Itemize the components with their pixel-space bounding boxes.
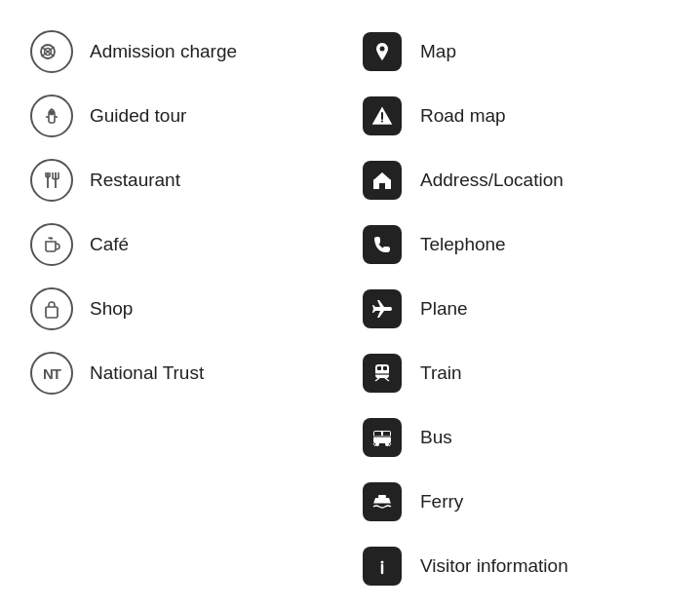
bus-label: Bus — [420, 427, 452, 448]
svg-rect-28 — [383, 432, 390, 436]
restaurant-icon — [29, 158, 74, 203]
national-trust-label: National Trust — [90, 362, 204, 384]
map-icon — [360, 29, 405, 74]
guided-tour-icon — [29, 94, 74, 138]
ferry-icon — [360, 479, 405, 524]
admission-charge-icon — [29, 29, 74, 74]
svg-line-23 — [375, 378, 379, 381]
list-item: Café — [29, 212, 340, 277]
list-item: NT National Trust — [29, 341, 340, 405]
right-column: Map — [360, 19, 671, 608]
shop-icon — [29, 286, 74, 331]
legend-grid: Admission charge Guided tour — [29, 19, 671, 608]
svg-rect-18 — [377, 366, 381, 370]
train-icon — [360, 351, 405, 396]
list-item: Bus — [360, 405, 671, 470]
svg-line-24 — [385, 378, 389, 381]
restaurant-label: Restaurant — [90, 170, 180, 191]
svg-point-6 — [51, 112, 54, 115]
svg-point-29 — [375, 442, 379, 446]
svg-line-31 — [373, 443, 375, 446]
telephone-label: Telephone — [420, 234, 506, 255]
list-item: Restaurant — [29, 148, 340, 212]
svg-point-30 — [385, 442, 389, 446]
list-item: Telephone — [360, 212, 671, 277]
plane-icon — [360, 286, 405, 331]
train-label: Train — [420, 362, 462, 384]
svg-rect-19 — [383, 366, 387, 370]
cafe-label: Café — [90, 234, 129, 255]
list-item: Road map — [360, 84, 671, 148]
list-item: Train — [360, 341, 671, 405]
shop-label: Shop — [90, 298, 133, 320]
plane-label: Plane — [420, 298, 468, 320]
list-item: Open — [360, 598, 671, 608]
list-item: Plane — [360, 277, 671, 341]
cafe-icon — [29, 222, 74, 267]
address-location-label: Address/Location — [420, 170, 564, 191]
svg-point-35 — [381, 561, 384, 564]
national-trust-icon: NT — [29, 351, 74, 396]
road-map-icon — [360, 94, 405, 138]
visitor-information-icon — [360, 544, 405, 589]
list-item: Guided tour — [29, 84, 340, 148]
list-item: Ferry — [360, 470, 671, 534]
left-column: Admission charge Guided tour — [29, 19, 340, 608]
telephone-icon — [360, 222, 405, 267]
list-item: Address/Location — [360, 148, 671, 212]
map-label: Map — [420, 41, 456, 62]
list-item: Map — [360, 19, 671, 84]
list-item: Admission charge — [29, 19, 340, 84]
list-item: Shop — [29, 277, 340, 341]
guided-tour-label: Guided tour — [90, 105, 186, 127]
bus-icon — [360, 415, 405, 460]
admission-charge-label: Admission charge — [90, 41, 237, 62]
svg-rect-33 — [378, 495, 386, 498]
list-item: Visitor information — [360, 534, 671, 598]
road-map-label: Road map — [420, 105, 506, 127]
ferry-label: Ferry — [420, 491, 463, 513]
visitor-information-label: Visitor information — [420, 555, 568, 577]
svg-rect-10 — [46, 307, 58, 318]
svg-line-32 — [389, 443, 391, 446]
svg-rect-27 — [374, 432, 381, 436]
svg-rect-16 — [379, 183, 385, 189]
address-location-icon — [360, 158, 405, 203]
svg-point-15 — [381, 121, 383, 123]
svg-point-11 — [380, 47, 385, 52]
